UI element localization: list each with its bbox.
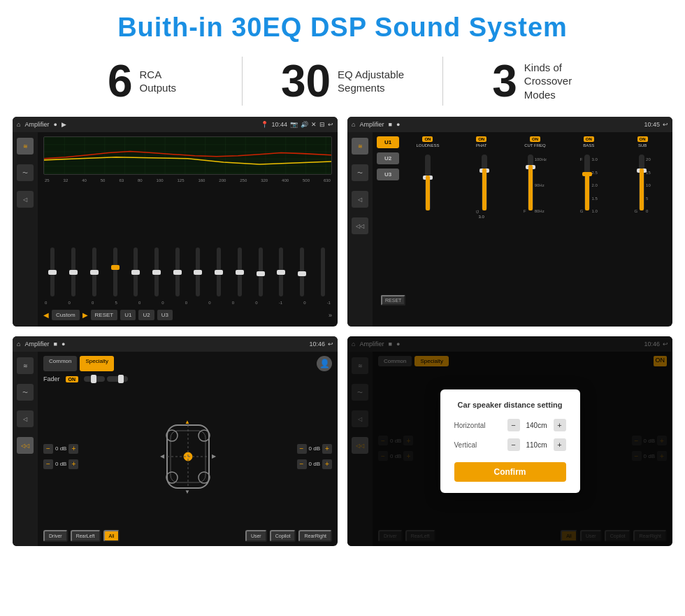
phat-label: PHAT: [476, 143, 487, 148]
next-btn[interactable]: ▶: [82, 311, 88, 319]
eq-sidebar-icon[interactable]: ≋: [17, 138, 34, 155]
prev-btn[interactable]: ◀: [43, 311, 49, 319]
u3-btn[interactable]: U3: [157, 310, 173, 320]
wave-sidebar-icon[interactable]: 〜: [17, 164, 34, 181]
fader-on-badge[interactable]: ON: [66, 376, 79, 382]
vol-sidebar-icon[interactable]: ◁: [17, 191, 34, 208]
eq-sidebar-icon-2[interactable]: ≋: [352, 138, 368, 155]
preset-u1[interactable]: U1: [377, 136, 399, 148]
cutfreq-label: CUT FREQ: [524, 143, 546, 148]
u1-btn[interactable]: U1: [120, 310, 136, 320]
vertical-minus-btn[interactable]: −: [507, 438, 520, 451]
left-db-controls: − 0 dB + − 0 dB +: [43, 444, 78, 469]
user-btn[interactable]: User: [245, 530, 267, 542]
vol-sidebar-icon-3[interactable]: ◁: [17, 410, 34, 427]
back-icon-2[interactable]: ↩: [663, 121, 668, 128]
dialog-box: Car speaker distance setting Horizontal …: [440, 389, 580, 493]
loudness-on[interactable]: ON: [422, 136, 433, 142]
horizontal-plus-btn[interactable]: +: [554, 419, 566, 431]
eq-freq-labels: 2532405063 80100125160200 25032040050063…: [43, 178, 332, 183]
fader-tabs: Common Specialty 👤: [43, 356, 332, 371]
db-group-1: − 0 dB +: [43, 444, 78, 454]
fader-slider-2[interactable]: [107, 376, 128, 382]
speaker-sidebar-icon[interactable]: ◁◁: [352, 217, 368, 234]
rearright-btn[interactable]: RearRight: [298, 530, 332, 542]
db-minus-3[interactable]: −: [297, 444, 307, 454]
fader-controls-row: Fader ON: [43, 375, 332, 382]
eq-slider-4: [127, 248, 145, 296]
db-group-3: − 0 dB +: [297, 444, 332, 454]
home-icon-3[interactable]: ⌂: [17, 341, 20, 348]
stat-rca: 6 RCAOutputs: [42, 59, 242, 103]
copilot-btn[interactable]: Copilot: [270, 530, 296, 542]
window-icon: ⊟: [319, 121, 325, 128]
u2-btn[interactable]: U2: [138, 310, 154, 320]
tab-common[interactable]: Common: [43, 356, 77, 371]
eq-sidebar-icon-3[interactable]: ≋: [17, 357, 34, 374]
vertical-plus-btn[interactable]: +: [554, 438, 566, 451]
fader-slider-1[interactable]: [84, 376, 105, 382]
right-btns: User Copilot RearRight: [245, 530, 332, 542]
stat-rca-number: 6: [108, 59, 133, 103]
preset-u2[interactable]: U2: [377, 152, 399, 164]
svg-text:▶: ▶: [212, 453, 217, 459]
screen-fader: ⌂ Amplifier ■ ● 10:46 ↩ ≋ 〜 ◁ ◁◁ C: [13, 336, 338, 546]
eq-slider-5: [147, 248, 166, 296]
time-display-1: 10:44: [271, 121, 287, 128]
db-plus-3[interactable]: +: [322, 444, 332, 454]
speaker-sidebar-icon-3[interactable]: ◁◁: [17, 437, 34, 454]
db-val-3: 0 dB: [309, 445, 320, 452]
reset-btn[interactable]: RESET: [91, 310, 118, 320]
svg-point-8: [166, 472, 178, 483]
page-title: Buith-in 30EQ DSP Sound System: [0, 0, 685, 51]
cutfreq-on[interactable]: ON: [530, 136, 540, 142]
amp-reset-btn[interactable]: RESET: [381, 295, 405, 306]
horizontal-minus-btn[interactable]: −: [507, 419, 520, 431]
custom-btn[interactable]: Custom: [52, 310, 80, 320]
fader-sliders-h: [84, 376, 128, 382]
db-plus-2[interactable]: +: [68, 459, 78, 469]
eq-slider-9: [230, 248, 249, 296]
wave-sidebar-icon-3[interactable]: 〜: [17, 384, 34, 401]
vol-sidebar-icon-2[interactable]: ◁: [352, 191, 368, 208]
svg-point-9: [199, 472, 210, 483]
tab-specialty[interactable]: Specialty: [80, 356, 113, 371]
bass-label: BASS: [583, 143, 594, 148]
right-db-controls: − 0 dB + − 0 dB +: [297, 444, 332, 469]
screens-grid: ⌂ Amplifier ● ▶ 📍 10:44 📷 🔊 ✕ ⊟ ↩ ≋ 〜: [0, 117, 685, 546]
close-icon: ✕: [311, 121, 317, 128]
amp-content: U1 U2 U3 ON LOUDNESS: [373, 132, 672, 327]
driver-btn[interactable]: Driver: [43, 530, 68, 542]
screen3-title: Amplifier: [24, 341, 49, 348]
preset-u3[interactable]: U3: [377, 169, 399, 180]
ctrl-cutfreq: ON CUT FREQ F 100Hz 90Hz: [510, 136, 561, 322]
status-dot-2: ■: [388, 121, 391, 128]
db-val-4: 0 dB: [309, 461, 320, 467]
home-icon[interactable]: ⌂: [17, 121, 20, 128]
bass-on[interactable]: ON: [584, 136, 594, 142]
dialog-title: Car speaker distance setting: [454, 401, 566, 409]
volume-icon: 🔊: [301, 121, 308, 128]
db-minus-1[interactable]: −: [43, 444, 53, 454]
phat-on[interactable]: ON: [476, 136, 486, 142]
db-minus-4[interactable]: −: [297, 459, 307, 469]
back-icon[interactable]: ↩: [328, 121, 333, 128]
screen2-title: Amplifier: [359, 121, 384, 128]
confirm-button[interactable]: Confirm: [454, 462, 566, 482]
all-btn[interactable]: All: [103, 530, 120, 542]
db-plus-4[interactable]: +: [322, 459, 332, 469]
db-plus-1[interactable]: +: [68, 444, 78, 454]
stat-eq-number: 30: [281, 59, 331, 103]
back-icon-3[interactable]: ↩: [328, 341, 333, 348]
horizontal-label: Horizontal: [454, 422, 486, 429]
db-minus-2[interactable]: −: [43, 459, 53, 469]
wave-sidebar-icon-2[interactable]: 〜: [352, 164, 368, 181]
loudness-label: LOUDNESS: [416, 143, 439, 148]
db-val-1: 0 dB: [55, 445, 66, 452]
rearleft-btn[interactable]: RearLeft: [71, 530, 101, 542]
screen3-topbar: ⌂ Amplifier ■ ● 10:46 ↩: [13, 336, 338, 352]
sub-on[interactable]: ON: [637, 136, 648, 142]
stat-rca-label: RCAOutputs: [140, 68, 177, 95]
expand-icon: »: [329, 312, 332, 319]
home-icon-2[interactable]: ⌂: [352, 121, 355, 128]
